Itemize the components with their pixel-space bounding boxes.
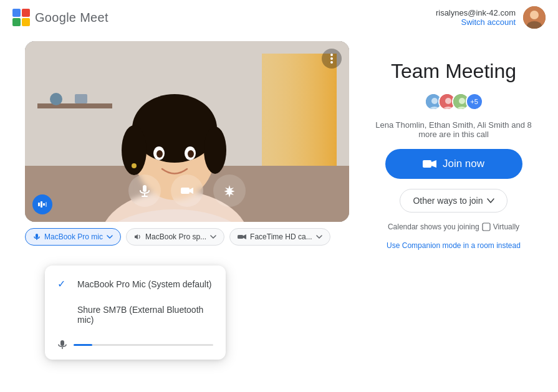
mic-level-row — [45, 332, 226, 350]
video-call-icon — [423, 159, 436, 169]
meeting-title: Team Meeting — [391, 60, 516, 83]
svg-point-48 — [445, 98, 451, 104]
mic-option-1[interactable]: ✓ MacBook Pro Mic (System default) — [45, 270, 226, 297]
account-email: risalynes@ink-42.com — [436, 8, 516, 17]
app-title: Google Meet — [35, 11, 108, 25]
svg-rect-3 — [22, 18, 30, 26]
speaker-chevron-icon — [210, 235, 216, 239]
svg-point-23 — [132, 163, 137, 168]
svg-rect-26 — [75, 94, 87, 103]
mic-toggle-button[interactable] — [128, 174, 161, 207]
video-more-options-button[interactable] — [322, 49, 342, 69]
calendar-info-text: Calendar shows you joining — [388, 222, 479, 231]
mic-device-button[interactable]: MacBook Pro mic — [25, 228, 121, 246]
app-header: Google Meet risalynes@ink-42.com Switch … — [0, 0, 558, 35]
participants-text: Lena Thomlin, Ethan Smith, Ali Smith and… — [374, 120, 533, 139]
svg-rect-54 — [483, 223, 490, 231]
svg-rect-24 — [37, 103, 112, 108]
device-selector-bar: MacBook Pro mic MacBook Pro sp... — [25, 228, 349, 246]
companion-mode-link[interactable]: Use Companion mode in a room instead — [387, 241, 521, 250]
mic-chevron-icon — [107, 235, 113, 239]
speaker-device-label: MacBook Pro sp... — [145, 232, 206, 241]
user-avatar[interactable] — [523, 6, 546, 29]
effects-icon — [223, 184, 236, 198]
switch-account-link[interactable]: Switch account — [461, 17, 516, 27]
join-button-label: Join now — [443, 158, 484, 170]
volume-indicator — [32, 194, 52, 214]
svg-rect-10 — [262, 54, 337, 166]
video-container: MacBook Pro mic MacBook Pro sp... — [25, 41, 349, 246]
svg-point-28 — [330, 57, 333, 60]
virtually-checkbox-icon — [482, 222, 491, 231]
other-ways-button[interactable]: Other ways to join — [400, 189, 507, 213]
video-preview — [25, 41, 349, 222]
calendar-info: Calendar shows you joining Virtually — [388, 222, 519, 231]
svg-rect-37 — [181, 188, 190, 194]
mic-level-icon — [57, 340, 67, 350]
svg-point-27 — [330, 54, 333, 56]
svg-point-45 — [431, 98, 438, 104]
svg-point-5 — [530, 11, 539, 19]
svg-rect-42 — [60, 340, 64, 346]
svg-rect-0 — [12, 9, 21, 17]
svg-rect-41 — [238, 235, 243, 239]
other-ways-chevron-icon — [487, 198, 494, 203]
mic-device-label: MacBook Pro mic — [44, 232, 103, 241]
svg-point-22 — [188, 150, 194, 158]
header-account-area: risalynes@ink-42.com Switch account — [436, 6, 546, 29]
camera-device-button[interactable]: FaceTime HD ca... — [229, 228, 330, 246]
right-panel: Team Meeting +5 Lena Thomlin, Ethan Smit… — [374, 41, 533, 250]
volume-icon — [37, 199, 47, 209]
svg-rect-31 — [41, 201, 42, 208]
svg-rect-32 — [43, 203, 45, 206]
camera-device-icon — [238, 234, 246, 240]
mic-level-bar — [74, 344, 213, 346]
svg-rect-53 — [423, 160, 431, 168]
speaker-device-button[interactable]: MacBook Pro sp... — [126, 228, 224, 246]
camera-device-label: FaceTime HD ca... — [250, 232, 312, 241]
avatar-image — [523, 6, 546, 29]
logo-area: Google Meet — [12, 9, 108, 26]
camera-chevron-icon — [316, 235, 322, 239]
google-logo-icon — [12, 9, 30, 26]
other-ways-label: Other ways to join — [413, 196, 483, 206]
main-content: MacBook Pro mic MacBook Pro sp... — [0, 35, 558, 250]
svg-rect-34 — [143, 185, 147, 192]
svg-rect-1 — [22, 9, 30, 17]
participant-avatars: +5 — [425, 93, 483, 110]
mic-dropdown-menu: ✓ MacBook Pro Mic (System default) Shure… — [45, 265, 226, 360]
video-controls — [128, 174, 246, 207]
svg-point-29 — [330, 61, 333, 64]
speaker-device-icon — [134, 233, 142, 241]
svg-rect-33 — [46, 202, 47, 207]
account-info: risalynes@ink-42.com Switch account — [436, 8, 516, 27]
effects-button[interactable] — [213, 174, 246, 207]
join-now-button[interactable]: Join now — [385, 149, 522, 179]
svg-rect-2 — [12, 18, 21, 26]
svg-marker-40 — [135, 234, 138, 239]
mic-option-1-label: MacBook Pro Mic (System default) — [77, 279, 212, 289]
mic-option-2[interactable]: Shure SM7B (External Bluetooth mic) — [45, 297, 226, 332]
mic-level-fill — [74, 344, 92, 346]
svg-rect-30 — [38, 203, 40, 206]
mic-device-icon — [33, 233, 41, 241]
camera-icon — [180, 184, 194, 198]
microphone-icon — [138, 184, 152, 198]
camera-toggle-button[interactable] — [171, 174, 203, 207]
mic-option-2-label: Shure SM7B (External Bluetooth mic) — [77, 305, 213, 325]
virtually-label: Virtually — [493, 222, 519, 231]
svg-point-18 — [204, 127, 226, 174]
svg-point-21 — [156, 150, 163, 158]
svg-point-25 — [50, 93, 62, 105]
svg-point-51 — [459, 98, 465, 104]
participants-row: +5 — [425, 93, 483, 110]
participant-plus-badge: +5 — [466, 93, 483, 110]
checkmark-icon: ✓ — [57, 278, 70, 290]
svg-rect-38 — [36, 234, 38, 238]
more-options-icon — [330, 54, 333, 64]
